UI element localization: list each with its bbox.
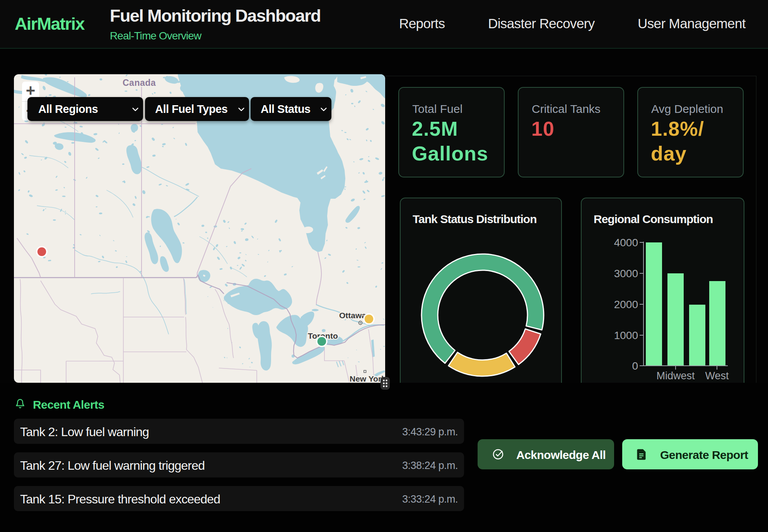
svg-text:4000: 4000 (614, 237, 638, 249)
svg-text:0: 0 (632, 360, 638, 372)
svg-text:West: West (705, 370, 729, 382)
svg-text:Midwest: Midwest (656, 370, 695, 382)
svg-text:1000: 1000 (614, 329, 638, 341)
svg-text:Ottawa: Ottawa (339, 311, 366, 320)
svg-text:Canada: Canada (123, 78, 156, 88)
svg-text:3000: 3000 (614, 268, 638, 280)
svg-text:New York: New York (350, 374, 385, 383)
svg-text:2000: 2000 (614, 298, 638, 310)
